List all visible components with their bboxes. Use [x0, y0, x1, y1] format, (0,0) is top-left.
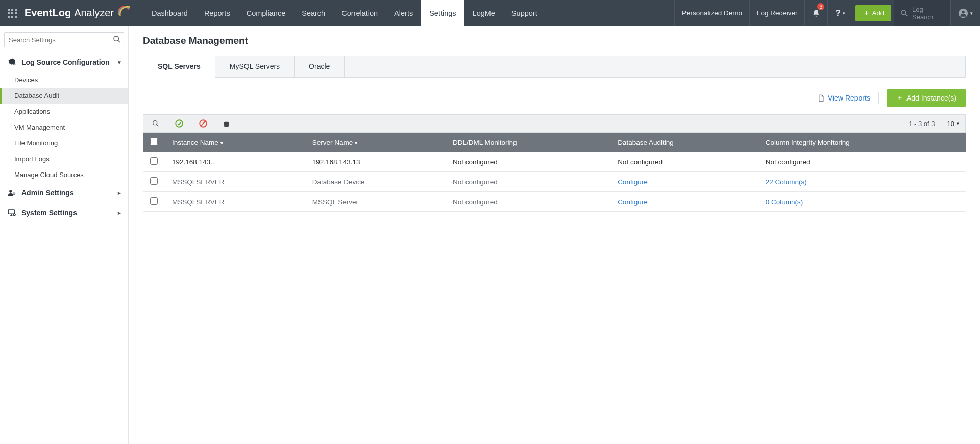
- svg-line-14: [118, 40, 120, 42]
- panel-actions: View Reports ＋ Add Instance(s): [143, 78, 966, 114]
- delete-icon[interactable]: [220, 119, 232, 129]
- sidebar-item-file-monitoring[interactable]: File Monitoring: [0, 135, 128, 151]
- cell-ddl: Not configured: [446, 152, 610, 172]
- table-row: MSSQLSERVERDatabase DeviceNot configured…: [143, 172, 966, 192]
- row-checkbox[interactable]: [150, 157, 158, 165]
- nav-dashboard[interactable]: Dashboard: [143, 0, 196, 26]
- svg-rect-8: [15, 16, 17, 18]
- sidebar-item-devices[interactable]: Devices: [0, 72, 128, 88]
- svg-rect-6: [8, 16, 10, 18]
- alerts-badge: 3: [817, 3, 824, 10]
- sidebar-section-log-source-configuration[interactable]: Log Source Configuration▾: [0, 53, 128, 72]
- svg-rect-2: [15, 9, 17, 11]
- add-button[interactable]: ＋ Add: [855, 5, 891, 21]
- page-title: Database Management: [143, 35, 966, 46]
- section-icon: [7, 58, 16, 67]
- cell-cim-link[interactable]: 22 Column(s): [766, 178, 807, 186]
- db-tab-sql-servers[interactable]: SQL Servers: [143, 56, 215, 78]
- sort-icon: ▾: [220, 140, 223, 146]
- cell-instance: MSSQLSERVER: [165, 192, 305, 212]
- view-reports-link[interactable]: View Reports: [817, 94, 870, 102]
- col-ddl-dml-monitoring[interactable]: DDL/DML Monitoring: [446, 133, 610, 152]
- sidebar-section-admin-settings[interactable]: Admin Settings▸: [0, 183, 128, 203]
- main-content: Database Management SQL ServersMySQL Ser…: [129, 26, 980, 444]
- db-tab-mysql-servers[interactable]: MySQL Servers: [215, 56, 295, 77]
- document-icon: [817, 94, 825, 102]
- select-all-checkbox[interactable]: [150, 138, 158, 145]
- cell-instance: MSSQLSERVER: [165, 172, 305, 192]
- log-receiver-link[interactable]: Log Receiver: [749, 0, 805, 26]
- per-page-selector[interactable]: 10 ▾: [947, 120, 959, 128]
- section-title: System Settings: [21, 209, 77, 217]
- help-menu[interactable]: ? ▾: [827, 0, 852, 26]
- sidebar-section-system-settings[interactable]: System Settings▸: [0, 203, 128, 223]
- bell-icon: [812, 9, 820, 17]
- product-logo[interactable]: EventLog Analyzer: [24, 0, 143, 26]
- cell-audit-link[interactable]: Configure: [618, 178, 648, 186]
- nav-correlation[interactable]: Correlation: [333, 0, 386, 26]
- svg-point-12: [962, 10, 965, 13]
- log-search[interactable]: Log Search: [894, 0, 950, 26]
- svg-point-15: [14, 63, 15, 65]
- sidebar-item-manage-cloud-sources[interactable]: Manage Cloud Sources: [0, 167, 128, 183]
- filter-search-icon[interactable]: [150, 118, 162, 129]
- nav-alerts[interactable]: Alerts: [386, 0, 421, 26]
- nav-compliance[interactable]: Compliance: [238, 0, 294, 26]
- logo-swoosh-icon: [117, 4, 130, 17]
- log-search-placeholder: Log Search: [912, 6, 944, 21]
- col-instance-name[interactable]: Instance Name▾: [165, 133, 305, 152]
- cell-audit[interactable]: Configure: [610, 172, 758, 192]
- svg-point-13: [114, 36, 118, 41]
- chevron-down-icon: ▾: [118, 59, 121, 66]
- sidebar-item-applications[interactable]: Applications: [0, 104, 128, 119]
- search-icon[interactable]: [113, 35, 121, 43]
- cell-cim[interactable]: 0 Column(s): [758, 192, 966, 212]
- table-row: 192.168.143...192.168.143.13Not configur…: [143, 152, 966, 172]
- cell-cim[interactable]: 22 Column(s): [758, 172, 966, 192]
- instances-table: Instance Name▾Server Name▾DDL/DML Monito…: [143, 133, 966, 212]
- search-settings-input[interactable]: [4, 32, 124, 47]
- alerts-bell[interactable]: 3: [804, 0, 827, 26]
- cell-audit-link[interactable]: Configure: [618, 198, 648, 206]
- sidebar-item-import-logs[interactable]: Import Logs: [0, 151, 128, 167]
- nav-support[interactable]: Support: [503, 0, 546, 26]
- nav-search[interactable]: Search: [293, 0, 333, 26]
- svg-rect-3: [8, 12, 10, 14]
- sidebar-item-vm-management[interactable]: VM Management: [0, 119, 128, 135]
- nav-reports[interactable]: Reports: [196, 0, 238, 26]
- col-database-auditing[interactable]: Database Auditing: [610, 133, 758, 152]
- row-checkbox[interactable]: [150, 197, 158, 205]
- table-row: MSSQLSERVERMSSQL ServerNot configuredCon…: [143, 192, 966, 212]
- topbar: EventLog Analyzer DashboardReportsCompli…: [0, 0, 980, 26]
- db-tab-oracle[interactable]: Oracle: [295, 56, 345, 77]
- svg-rect-0: [8, 9, 10, 11]
- enable-icon[interactable]: [173, 118, 186, 129]
- svg-line-21: [156, 124, 158, 126]
- user-menu[interactable]: ▾: [950, 0, 980, 26]
- personalized-demo-link[interactable]: Personalized Demo: [674, 0, 749, 26]
- cell-cim-link[interactable]: 0 Column(s): [766, 198, 803, 206]
- pagination-info: 1 - 3 of 3: [909, 120, 935, 128]
- cell-audit: Not configured: [610, 152, 758, 172]
- apps-grid-icon[interactable]: [0, 0, 24, 26]
- help-icon: ?: [835, 8, 840, 18]
- nav-logme[interactable]: LogMe: [464, 0, 503, 26]
- col-column-integrity-monitoring[interactable]: Column Integrity Monitoring: [758, 133, 966, 152]
- col-server-name[interactable]: Server Name▾: [305, 133, 446, 152]
- sidebar-item-database-audit[interactable]: Database Audit: [0, 88, 128, 104]
- section-icon: [7, 208, 16, 217]
- plus-icon: ＋: [863, 8, 870, 18]
- cell-ddl: Not configured: [446, 172, 610, 192]
- svg-rect-1: [11, 9, 13, 11]
- chevron-right-icon: ▸: [118, 190, 121, 196]
- add-instance-button[interactable]: ＋ Add Instance(s): [887, 89, 966, 107]
- cell-audit[interactable]: Configure: [610, 192, 758, 212]
- nav-settings[interactable]: Settings: [421, 0, 464, 26]
- disable-icon[interactable]: [197, 118, 210, 129]
- svg-rect-18: [8, 210, 14, 214]
- cell-server: 192.168.143.13: [305, 152, 446, 172]
- svg-line-24: [201, 121, 206, 126]
- svg-point-17: [13, 193, 15, 195]
- search-settings-wrap: [4, 32, 124, 47]
- row-checkbox[interactable]: [150, 177, 158, 185]
